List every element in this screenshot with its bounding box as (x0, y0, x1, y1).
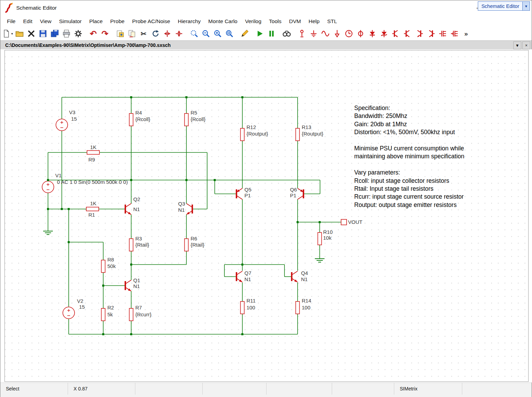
menu-item-probe-ac-noise[interactable]: Probe AC/Noise (128, 16, 174, 27)
source-V1[interactable] (42, 181, 54, 193)
mirror-horizontal-icon[interactable] (161, 28, 173, 39)
component-label[interactable]: 0 AC 1 0 Sin(0 500m 500k 0 0) (57, 179, 128, 185)
resistor-R3[interactable] (129, 239, 133, 251)
open-folder-icon[interactable] (13, 28, 25, 39)
component-label[interactable]: R8 (107, 257, 114, 262)
terminal-VOUT[interactable] (341, 219, 347, 225)
component-label[interactable]: {Rcurr} (135, 311, 152, 317)
duplicate-icon[interactable] (126, 28, 138, 39)
component-label[interactable]: {Rcoll} (191, 116, 205, 122)
nmos-transistor-icon[interactable] (437, 28, 448, 39)
zoom-fit-icon[interactable] (223, 28, 235, 39)
component-label[interactable]: N1 (301, 276, 308, 282)
note-text-line[interactable]: Rcoll: input stage collector resistors (354, 177, 449, 184)
resistor-R4[interactable] (129, 113, 133, 126)
component-label[interactable]: 15 (71, 116, 77, 122)
zoom-in-icon[interactable] (212, 28, 223, 39)
resistor-R9[interactable] (87, 151, 99, 155)
resistor-R8[interactable] (101, 260, 105, 272)
zoom-area-icon[interactable] (188, 28, 200, 39)
pause-icon[interactable] (265, 28, 277, 39)
pmos-transistor-icon[interactable] (448, 28, 460, 39)
close-schematic-button[interactable]: × (522, 41, 530, 49)
pnp-mirrored-icon[interactable] (425, 28, 437, 39)
zoom-out-icon[interactable] (200, 28, 212, 39)
resistor-R7[interactable] (129, 308, 133, 321)
redo-icon[interactable]: ↷ (99, 28, 111, 39)
component-label[interactable]: Q6 (290, 187, 297, 192)
component-label[interactable]: Q5 (244, 187, 251, 192)
note-text-line[interactable]: maintaining above minimum specification (354, 153, 464, 160)
component-label[interactable]: R9 (88, 157, 95, 162)
rotate-icon[interactable] (149, 28, 161, 39)
schematic-canvas[interactable]: V315R4{Rcoll}R5{Rcoll}R12{Routput}R13{Ro… (4, 50, 529, 382)
component-label[interactable]: VOUT (348, 219, 362, 225)
resistor-R12[interactable] (241, 128, 244, 141)
component-label[interactable]: Q4 (301, 270, 308, 276)
note-text-line[interactable]: Bandwidth: 250Mhz (354, 112, 407, 119)
voltage-probe-icon[interactable] (296, 28, 308, 39)
close-sheet-icon[interactable] (25, 28, 37, 39)
source-V3[interactable] (56, 119, 68, 131)
component-label[interactable]: 50k (107, 263, 116, 269)
current-source-icon[interactable] (355, 28, 366, 39)
clock-source-icon[interactable] (343, 28, 355, 39)
note-text-line[interactable]: Specification: (354, 105, 390, 111)
ground-symbol[interactable] (315, 259, 325, 262)
save-icon[interactable] (37, 28, 49, 39)
resistor-R13[interactable] (296, 128, 300, 141)
undo-icon[interactable]: ↶ (87, 28, 99, 39)
component-label[interactable]: {Rtail} (191, 242, 204, 248)
signal-ground-icon[interactable] (331, 28, 343, 39)
component-label[interactable]: R12 (246, 124, 256, 130)
component-label[interactable]: {Routput} (302, 131, 323, 137)
transistor-Q6[interactable] (298, 188, 303, 199)
source-V2[interactable] (63, 307, 75, 319)
find-icon[interactable] (281, 28, 292, 39)
wire-pen-icon[interactable] (239, 28, 250, 39)
chevron-down-icon[interactable]: ▾ (522, 2, 530, 10)
component-label[interactable]: {Rtail} (135, 242, 149, 248)
resistor-R5[interactable] (185, 113, 188, 126)
component-label[interactable]: R2 (107, 305, 114, 310)
component-label[interactable]: 15 (79, 304, 85, 310)
resistor-R11[interactable] (241, 301, 244, 314)
resistor-R14[interactable] (296, 301, 300, 314)
transistor-Q3[interactable] (186, 204, 192, 215)
component-label[interactable]: R1 (88, 212, 95, 218)
restore-down-button[interactable]: ▼ (513, 41, 521, 49)
note-text-line[interactable]: Rtail: Input stage tail resistors (354, 185, 434, 192)
component-label[interactable]: R4 (135, 110, 142, 116)
sine-source-icon[interactable] (319, 28, 331, 39)
transistor-Q5[interactable] (236, 188, 242, 199)
new-document-icon[interactable]: ▾ (2, 28, 13, 39)
cut-icon[interactable]: ✂ (138, 28, 149, 39)
component-label[interactable]: V3 (69, 109, 75, 115)
component-label[interactable]: {Rcoll} (135, 116, 150, 122)
note-text-line[interactable]: Gain: 20db at 1Mhz (354, 121, 407, 128)
menu-item-place[interactable]: Place (86, 16, 107, 27)
component-label[interactable]: 5k (107, 311, 113, 317)
component-label[interactable]: 10k (323, 235, 332, 241)
component-label[interactable]: P1 (244, 192, 251, 198)
resistor-R1[interactable] (86, 207, 99, 211)
paste-icon[interactable] (114, 28, 126, 39)
menu-item-verilog[interactable]: Verilog (241, 16, 265, 27)
menu-item-monte-carlo[interactable]: Monte Carlo (204, 16, 241, 27)
menu-item-dvm[interactable]: DVM (285, 16, 304, 27)
transistor-Q1[interactable] (125, 280, 131, 291)
npn-mirrored-icon[interactable] (413, 28, 425, 39)
menu-item-simulator[interactable]: Simulator (55, 16, 85, 27)
menu-item-view[interactable]: View (36, 16, 55, 27)
note-text-line[interactable]: Vary parameters: (354, 169, 400, 176)
mode-selector[interactable]: Schematic Editor ▾ (478, 1, 530, 11)
pnp-transistor-icon[interactable] (402, 28, 413, 39)
component-label[interactable]: R7 (135, 305, 142, 310)
menu-item-tools[interactable]: Tools (265, 16, 285, 27)
transistor-Q7[interactable] (236, 271, 242, 282)
run-icon[interactable] (254, 28, 265, 39)
npn-transistor-icon[interactable] (390, 28, 402, 39)
component-label[interactable]: N1 (244, 276, 251, 282)
component-label[interactable]: N1 (133, 206, 140, 212)
menu-item-file[interactable]: File (3, 16, 19, 27)
